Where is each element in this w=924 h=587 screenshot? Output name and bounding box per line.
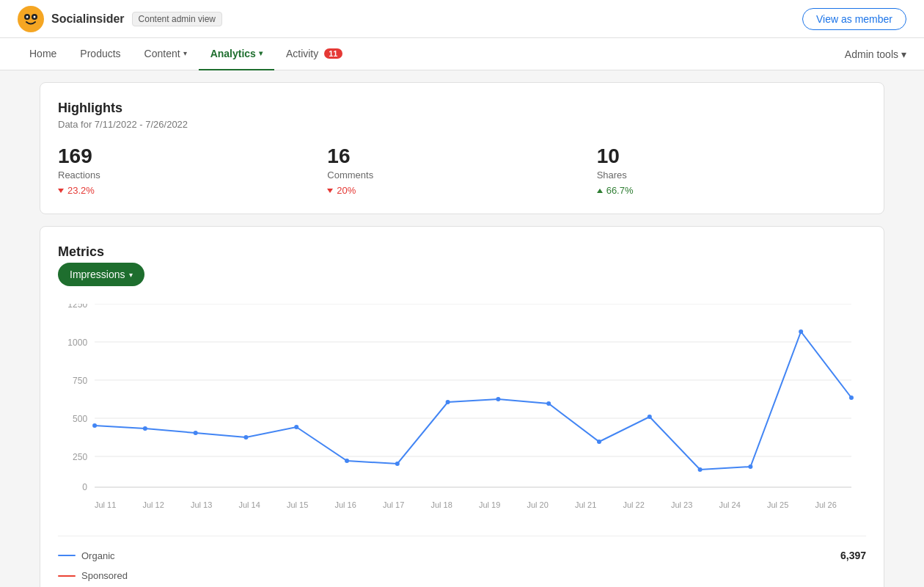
nav-item-analytics[interactable]: Analytics ▾ (199, 38, 274, 70)
highlights-grid: 169 Reactions 23.2% 16 Comments 20% 10 S… (58, 145, 866, 196)
x-label-jul22: Jul 22 (623, 500, 645, 509)
nav-item-content[interactable]: Content ▾ (133, 38, 199, 70)
comments-label: Comments (327, 169, 596, 181)
organic-line-icon (58, 555, 76, 556)
nav-item-home[interactable]: Home (18, 38, 68, 70)
chart-dot (395, 462, 400, 466)
x-label-jul12: Jul 12 (143, 500, 164, 509)
metrics-chart: 1250 1000 750 500 250 0 (58, 304, 866, 495)
x-label-jul16: Jul 16 (335, 500, 356, 509)
chart-x-labels: Jul 11 Jul 12 Jul 13 Jul 14 Jul 15 Jul 1… (58, 497, 866, 509)
organic-line (95, 332, 851, 470)
reactions-label: Reactions (58, 169, 327, 181)
svg-text:500: 500 (73, 414, 87, 424)
shares-change: 66.7% (597, 185, 866, 196)
chart-dot (597, 440, 601, 444)
impressions-dropdown-button[interactable]: Impressions ▾ (58, 263, 144, 286)
comments-arrow-down-icon (327, 189, 333, 193)
logo-area: Socialinsider Content admin view (18, 6, 222, 32)
reactions-change: 23.2% (58, 185, 327, 196)
shares-value: 10 (597, 145, 866, 168)
chart-area: 1250 1000 750 500 250 0 (58, 304, 866, 524)
chart-dot (546, 401, 551, 406)
shares-arrow-up-icon (597, 189, 603, 193)
activity-badge: 11 (324, 48, 342, 59)
view-as-member-button[interactable]: View as member (802, 8, 906, 30)
metrics-card: Metrics Impressions ▾ 1250 1000 750 500 … (40, 226, 884, 587)
chart-dot (194, 431, 198, 435)
svg-text:750: 750 (73, 376, 87, 386)
x-label-jul18: Jul 18 (431, 500, 452, 509)
chart-dot (143, 426, 147, 431)
svg-text:250: 250 (73, 452, 87, 462)
main-content: Highlights Data for 7/11/2022 - 7/26/202… (22, 70, 902, 587)
chart-dot (799, 329, 803, 334)
chart-dot (496, 397, 500, 401)
metrics-title: Metrics (58, 244, 866, 260)
highlights-subtitle: Data for 7/11/2022 - 7/26/2022 (58, 119, 866, 130)
highlights-card: Highlights Data for 7/11/2022 - 7/26/202… (40, 82, 884, 214)
x-label-jul25: Jul 25 (767, 500, 788, 509)
svg-point-3 (26, 15, 29, 18)
comments-value: 16 (327, 145, 596, 168)
organic-value: 6,397 (840, 550, 866, 561)
chart-dot (345, 459, 349, 463)
x-label-jul17: Jul 17 (383, 500, 404, 509)
legend-sponsored: Sponsored (58, 566, 866, 586)
reactions-arrow-down-icon (58, 189, 64, 193)
legend-organic: Organic 6,397 (58, 545, 866, 566)
svg-text:0: 0 (82, 482, 87, 492)
logo-text: Socialinsider (51, 12, 125, 26)
comments-change: 20% (327, 185, 596, 196)
chart-dot (748, 464, 752, 469)
chart-dot (294, 425, 298, 429)
highlights-title: Highlights (58, 101, 866, 116)
highlight-reactions: 169 Reactions 23.2% (58, 145, 327, 196)
admin-tools-menu[interactable]: Admin tools ▾ (845, 48, 906, 60)
svg-point-0 (18, 6, 44, 32)
chart-dot (849, 395, 854, 400)
x-label-jul26: Jul 26 (815, 500, 837, 509)
sponsored-line-icon (58, 575, 76, 577)
organic-label: Organic (81, 550, 115, 561)
x-label-jul21: Jul 21 (575, 500, 596, 509)
x-label-jul19: Jul 19 (479, 500, 500, 509)
main-nav: Home Products Content ▾ Analytics ▾ Acti… (0, 38, 924, 70)
logo-icon (18, 6, 44, 32)
admin-badge: Content admin view (132, 12, 222, 26)
impressions-chevron-icon: ▾ (129, 271, 133, 279)
nav-item-products[interactable]: Products (68, 38, 132, 70)
reactions-value: 169 (58, 145, 327, 168)
chart-dot (92, 423, 97, 428)
svg-text:1250: 1250 (67, 304, 87, 310)
chart-dot (446, 400, 450, 404)
chart-dot (243, 435, 248, 440)
sponsored-label: Sponsored (81, 570, 128, 581)
x-label-jul13: Jul 13 (191, 500, 212, 509)
svg-point-4 (34, 15, 36, 18)
nav-item-activity[interactable]: Activity 11 (274, 38, 354, 70)
x-label-jul20: Jul 20 (527, 500, 549, 509)
admin-tools-chevron-icon: ▾ (901, 48, 906, 60)
chart-dot (698, 467, 703, 472)
x-label-jul15: Jul 15 (287, 500, 308, 509)
content-chevron-icon: ▾ (183, 49, 187, 57)
header: Socialinsider Content admin view View as… (0, 0, 924, 38)
svg-text:1000: 1000 (67, 338, 87, 348)
chart-legend: Organic 6,397 Sponsored (58, 536, 866, 586)
chart-dot (648, 415, 652, 419)
x-label-jul14: Jul 14 (239, 500, 260, 509)
shares-label: Shares (597, 169, 866, 181)
analytics-chevron-icon: ▾ (259, 49, 263, 57)
highlight-shares: 10 Shares 66.7% (597, 145, 866, 196)
x-label-jul24: Jul 24 (719, 500, 741, 509)
x-label-jul23: Jul 23 (671, 500, 692, 509)
highlight-comments: 16 Comments 20% (327, 145, 596, 196)
x-label-jul11: Jul 11 (95, 500, 116, 509)
